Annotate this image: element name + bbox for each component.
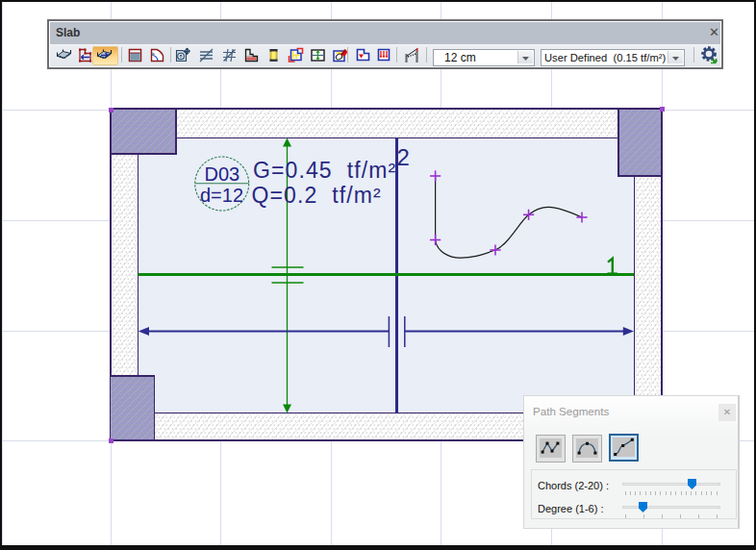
svg-text:2: 2 [397, 144, 410, 170]
svg-text:D03: D03 [205, 163, 240, 185]
svg-text:Q=0.2 tf/m²: Q=0.2 tf/m² [252, 183, 382, 208]
svg-text:d=12: d=12 [200, 185, 243, 206]
svg-text:G=0.45 tf/m²: G=0.45 tf/m² [253, 158, 396, 183]
